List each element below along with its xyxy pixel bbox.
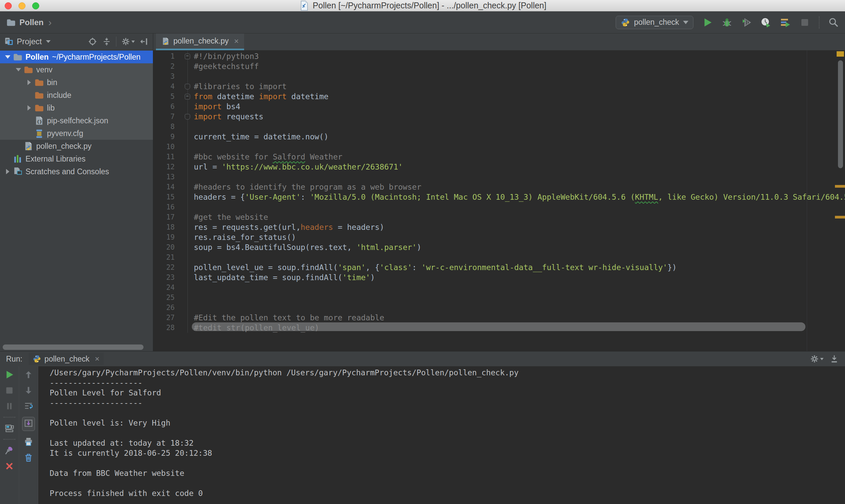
locate-icon[interactable]	[88, 37, 97, 46]
zoom-window-button[interactable]	[32, 2, 39, 10]
fold-marker-icon[interactable]	[185, 84, 190, 89]
code-line[interactable]: 27#Edit the pollen text to be more reada…	[153, 313, 845, 323]
coverage-icon[interactable]	[741, 17, 752, 28]
tree-item-venv[interactable]: venv	[0, 63, 153, 76]
rerun-icon[interactable]	[4, 370, 14, 380]
editor-vertical-scrollbar[interactable]	[838, 60, 843, 168]
tree-item-bin[interactable]: bin	[0, 76, 153, 89]
breadcrumb[interactable]: Pollen ›	[6, 17, 52, 28]
profiler-icon[interactable]	[760, 17, 771, 28]
code-line[interactable]: 10	[153, 142, 845, 152]
code-line[interactable]: 23last_update_time = soup.findAll('time'…	[153, 272, 845, 283]
code-line[interactable]: 5−from datetime import datetime	[153, 91, 845, 102]
fold-marker-icon[interactable]	[185, 114, 190, 120]
tree-item-lib[interactable]: lib	[0, 102, 153, 114]
code-line[interactable]: 12url = 'https://www.bbc.co.uk/weather/2…	[153, 162, 845, 172]
trash-icon[interactable]	[23, 452, 34, 463]
tree-item-external-libraries[interactable]: External Libraries	[0, 152, 153, 165]
run-icon[interactable]	[702, 17, 713, 28]
tree-expand-icon[interactable]	[25, 105, 34, 111]
scrollend-button-selected[interactable]	[22, 417, 35, 431]
fold-gutter: −	[175, 51, 188, 61]
code-line[interactable]: 7import requests	[153, 112, 845, 122]
line-number: 22	[153, 263, 175, 272]
stop-icon[interactable]	[799, 17, 810, 28]
up-icon[interactable]	[23, 370, 34, 380]
tree-item-label: pip-selfcheck.json	[47, 116, 108, 125]
fold-marker-icon[interactable]: −	[185, 54, 190, 59]
run-console-output[interactable]: /Users/gary/PycharmProjects/Pollen/venv/…	[38, 366, 845, 504]
project-view-icon	[4, 37, 13, 46]
code-line[interactable]: 3	[153, 71, 845, 82]
tree-item-pollen[interactable]: Pollen~/PycharmProjects/Pollen	[0, 51, 153, 63]
hide-down-icon[interactable]	[830, 354, 839, 364]
chevron-down-icon[interactable]	[46, 40, 51, 43]
error-stripe-marker[interactable]	[837, 51, 844, 57]
code-line[interactable]: 13	[153, 172, 845, 182]
code-line[interactable]: 6import bs4	[153, 102, 845, 112]
code-line[interactable]: 16	[153, 202, 845, 212]
fold-marker-icon[interactable]: −	[185, 94, 190, 100]
code-line[interactable]: 26	[153, 303, 845, 313]
print-icon[interactable]	[23, 437, 34, 447]
fold-gutter	[175, 323, 188, 333]
code-line[interactable]: 11#bbc website for Salford Weather	[153, 152, 845, 162]
code-line[interactable]: 21	[153, 252, 845, 263]
code-line[interactable]: 1−#!/bin/python3	[153, 51, 845, 61]
code-line[interactable]: 25	[153, 292, 845, 303]
editor-horizontal-scrollbar[interactable]	[192, 322, 806, 331]
warning-stripe-mark[interactable]	[835, 216, 845, 218]
code-line[interactable]: 8	[153, 122, 845, 132]
scrollend-icon[interactable]	[23, 418, 34, 428]
monitor-icon[interactable]	[4, 423, 14, 433]
code-line[interactable]: 9current_time = datetime.now()	[153, 132, 845, 142]
minimize-window-button[interactable]	[18, 2, 25, 10]
stop-icon[interactable]	[4, 385, 14, 395]
settings-icon[interactable]	[810, 354, 819, 364]
run-tab-pollen-check[interactable]: pollen_check ×	[29, 353, 104, 365]
pause-icon[interactable]	[4, 401, 14, 411]
tree-item-pip-selfcheck-json[interactable]: {}pip-selfcheck.json	[0, 114, 153, 127]
code-line[interactable]: 4#libraries to import	[153, 82, 845, 91]
code-line[interactable]: 19res.raise_for_status()	[153, 232, 845, 242]
editor-tab-pollen-check[interactable]: pollen_check.py ×	[156, 34, 244, 50]
tree-item-pyvenv-cfg[interactable]: pyvenv.cfg	[0, 127, 153, 140]
collapse-all-icon[interactable]	[102, 37, 111, 46]
code-line[interactable]: 15headers = {'User-Agent': 'Mozilla/5.0 …	[153, 192, 845, 202]
hide-left-icon[interactable]	[140, 37, 149, 46]
close-tab-icon[interactable]: ×	[234, 37, 239, 46]
softwrap-icon[interactable]	[23, 401, 34, 411]
code-line[interactable]: 24	[153, 283, 845, 292]
down-icon[interactable]	[23, 385, 34, 395]
search-icon[interactable]	[828, 17, 839, 28]
tree-item-pollen-check-py[interactable]: pollen_check.py	[0, 140, 153, 152]
code-editor[interactable]: 1−#!/bin/python32#geektechstuff34#librar…	[153, 50, 845, 351]
close-window-button[interactable]	[5, 2, 12, 10]
code-line[interactable]: 14#headers to identify the program as a …	[153, 182, 845, 192]
fold-gutter	[175, 112, 188, 122]
settings-button[interactable]	[121, 37, 135, 46]
settings-button[interactable]	[810, 354, 824, 364]
tree-item-scratches-and-consoles[interactable]: Scratches and Consoles	[0, 165, 153, 178]
pin-icon[interactable]	[4, 445, 14, 455]
concurrency-icon[interactable]	[780, 17, 791, 28]
project-panel-title[interactable]: Project	[17, 37, 42, 46]
tree-expand-icon[interactable]	[3, 169, 12, 174]
settings-icon[interactable]	[121, 37, 130, 46]
run-configuration-select[interactable]: pollen_check	[616, 16, 693, 29]
code-line[interactable]: 22pollen_level_ue = soup.findAll('span',…	[153, 263, 845, 272]
tree-item-include[interactable]: include	[0, 89, 153, 102]
warning-stripe-mark[interactable]	[835, 185, 845, 188]
close-run-tab-icon[interactable]: ×	[95, 354, 100, 364]
code-line[interactable]: 17#get the website	[153, 212, 845, 222]
tree-expand-icon[interactable]	[3, 55, 12, 59]
tree-expand-icon[interactable]	[25, 80, 34, 85]
debug-icon[interactable]	[722, 17, 732, 28]
tree-expand-icon[interactable]	[14, 68, 23, 71]
project-panel-horizontal-scrollbar[interactable]	[3, 344, 143, 350]
close-icon[interactable]	[4, 461, 14, 471]
pycharm-window: Pollen [~/PycharmProjects/Pollen] - .../…	[0, 0, 845, 504]
code-line[interactable]: 2#geektechstuff	[153, 61, 845, 71]
code-line[interactable]: 18res = requests.get(url,headers = heade…	[153, 222, 845, 232]
code-line[interactable]: 20soup = bs4.BeautifulSoup(res.text, 'ht…	[153, 242, 845, 252]
